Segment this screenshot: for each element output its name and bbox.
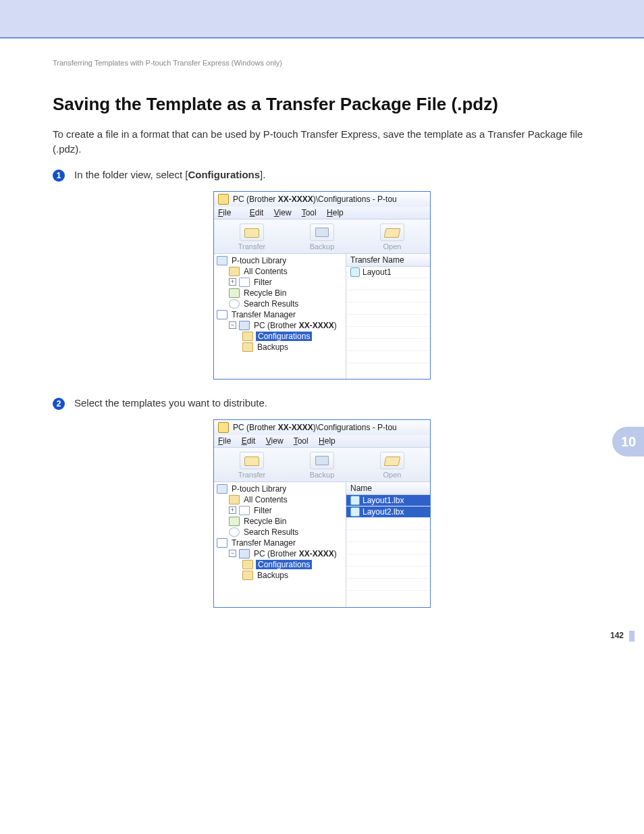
menu-help[interactable]: Help [319,436,336,446]
list-empty-row [346,518,430,530]
list-empty-row [346,542,430,554]
toolbar-backup[interactable]: Backup [295,452,349,479]
tree-pc-node[interactable]: −PC (Brother XX-XXXX) [214,320,346,331]
tree-search-results[interactable]: Search Results [214,527,346,538]
tree-filter[interactable]: +Filter [214,505,346,516]
file-list-panel: Transfer Name Layout1 [346,254,430,379]
step-1-text: In the folder view, select [Configuratio… [74,169,265,180]
folder-icon [242,342,253,352]
step-1-prefix: In the folder view, select [ [74,169,188,180]
file-icon [350,496,360,505]
tree-ptouch-library[interactable]: P-touch Library [214,255,346,266]
app-icon [218,422,229,433]
toolbar-transfer[interactable]: Transfer [225,224,279,251]
list-empty-row [346,339,430,351]
list-empty-row [346,567,430,579]
search-icon [229,299,240,309]
folder-tree: P-touch Library All Contents +Filter Rec… [214,254,346,379]
menu-file[interactable]: File [218,208,239,217]
menu-file[interactable]: File [218,436,231,446]
step-bullet-1: 1 [53,170,65,182]
tree-recycle-bin[interactable]: Recycle Bin [214,516,346,527]
toolbar-open[interactable]: Open [365,224,419,251]
toolbar-open-label: Open [365,242,419,251]
list-empty-row [346,579,430,591]
list-item[interactable]: Layout1 [346,267,430,278]
transfer-icon [240,452,264,469]
tree-configurations[interactable]: Configurations [214,331,346,342]
tree-recycle-bin[interactable]: Recycle Bin [214,288,346,298]
tree-transfer-manager[interactable]: Transfer Manager [214,309,346,320]
folder-icon [229,267,240,276]
tree-filter[interactable]: +Filter [214,277,346,288]
page-number: 142 [610,631,624,640]
step-1: 1 In the folder view, select [Configurat… [53,169,591,182]
toolbar: Transfer Backup Open [214,448,430,482]
toolbar-backup[interactable]: Backup [295,224,349,251]
chapter-tab: 10 [612,427,644,457]
folder-icon [242,560,253,569]
tree-pc-node[interactable]: −PC (Brother XX-XXXX) [214,548,346,559]
section-title: Saving the Template as a Transfer Packag… [53,94,591,115]
menu-bar: File Edit View Tool Help [214,207,430,219]
library-icon [217,256,227,265]
collapse-icon[interactable]: − [229,550,236,557]
toolbar-open[interactable]: Open [365,452,419,479]
list-item[interactable]: Layout2.lbx [346,506,430,518]
manager-icon [217,310,227,319]
menu-tool[interactable]: Tool [294,436,308,446]
window-title-text: PC (Brother XX-XXXX)\Configurations - P-… [233,194,397,204]
list-empty-row [346,351,430,363]
tree-search-results[interactable]: Search Results [214,298,346,309]
step-1-suffix: ]. [260,169,265,180]
window-title-text: PC (Brother XX-XXXX)\Configurations - P-… [233,423,397,432]
list-empty-row [346,303,430,315]
toolbar: Transfer Backup Open [214,219,430,254]
file-list-header[interactable]: Name [346,482,430,495]
tree-backups[interactable]: Backups [214,342,346,353]
list-empty-row [346,530,430,542]
page-body: Transferring Templates with P-touch Tran… [0,38,644,646]
expand-icon[interactable]: + [229,506,236,514]
list-item-label: Layout1.lbx [363,496,404,505]
file-icon [350,507,360,517]
tree-backups[interactable]: Backups [214,570,346,581]
expand-icon[interactable]: + [229,278,236,286]
recycle-icon [229,288,240,298]
collapse-icon[interactable]: − [229,321,236,329]
menu-view[interactable]: View [266,436,284,446]
manager-icon [217,538,227,548]
tree-ptouch-library[interactable]: P-touch Library [214,484,346,494]
backup-icon [310,452,334,469]
menu-bar: File Edit View Tool Help [214,435,430,448]
file-list-panel: Name Layout1.lbx Layout2.lbx [346,482,430,607]
folder-icon [242,571,253,580]
menu-edit[interactable]: Edit [242,436,256,446]
toolbar-backup-label: Backup [295,471,349,479]
list-item[interactable]: Layout1.lbx [346,495,430,506]
list-item-label: Layout1 [363,267,392,277]
folder-icon [242,332,253,341]
file-list-header[interactable]: Transfer Name [346,254,430,267]
open-icon [380,452,404,469]
chapter-path: Transferring Templates with P-touch Tran… [53,59,591,67]
menu-tool[interactable]: Tool [302,208,317,217]
menu-view[interactable]: View [274,208,292,217]
toolbar-backup-label: Backup [295,242,349,251]
tree-transfer-manager[interactable]: Transfer Manager [214,538,346,548]
toolbar-transfer[interactable]: Transfer [225,452,279,479]
toolbar-transfer-label: Transfer [225,242,279,251]
page-number-accent [629,631,635,642]
intro-paragraph: To create a file in a format that can be… [53,127,591,157]
tree-all-contents[interactable]: All Contents [214,266,346,277]
list-empty-row [346,278,430,290]
list-empty-row [346,290,430,303]
list-empty-row [346,554,430,567]
tree-configurations[interactable]: Configurations [214,559,346,570]
menu-help[interactable]: Help [327,208,344,217]
window-body: P-touch Library All Contents +Filter Rec… [214,254,430,379]
folder-tree: P-touch Library All Contents +Filter Rec… [214,482,346,607]
tree-all-contents[interactable]: All Contents [214,494,346,505]
menu-edit[interactable]: Edit [250,208,264,217]
app-icon [218,194,229,205]
